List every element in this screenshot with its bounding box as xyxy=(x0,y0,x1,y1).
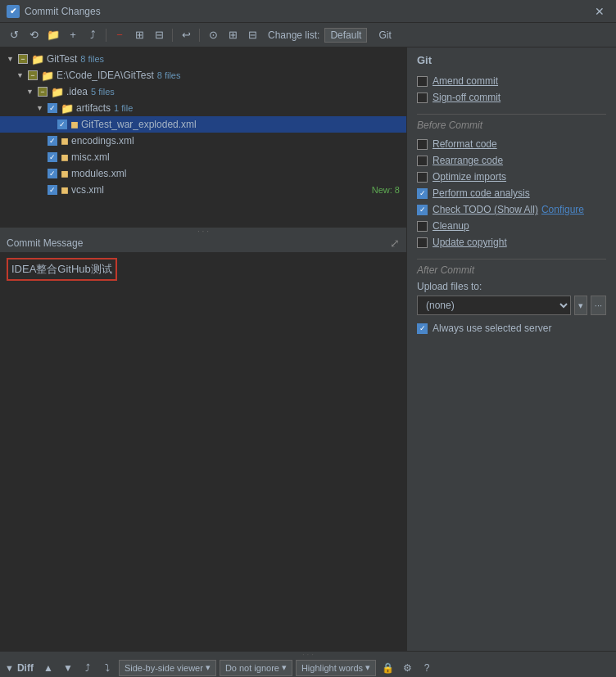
title-bar: ✔ Commit Changes ✕ xyxy=(0,0,616,23)
checkbox-misc[interactable]: ✓ xyxy=(48,152,57,162)
checkbox-cleanup[interactable] xyxy=(417,221,428,232)
label-optimize[interactable]: Optimize imports xyxy=(433,171,506,183)
item-label-path: E:\Code_IDEA\GitTest xyxy=(57,70,154,81)
checkbox-idea[interactable]: − xyxy=(38,87,48,97)
upload-select[interactable]: (none) xyxy=(417,296,571,315)
right-panel: Git Amend commit Sign-off commit Before … xyxy=(407,47,616,651)
checkbox-signoff[interactable] xyxy=(417,93,428,103)
checkbox-war[interactable]: ✓ xyxy=(57,120,67,129)
checkbox-vcs[interactable]: ✓ xyxy=(48,185,57,195)
change-list-value[interactable]: Default xyxy=(324,28,367,43)
diff-collapse-arrow[interactable]: ▼ xyxy=(5,663,14,673)
label-cleanup[interactable]: Cleanup xyxy=(433,220,469,232)
change-list-label: Change list: xyxy=(268,29,319,41)
diff-side-by-side-btn[interactable]: Side-by-side viewer ▾ xyxy=(119,660,216,676)
label-signoff[interactable]: Sign-off commit xyxy=(433,92,500,103)
item-label-vcs: vcs.xml xyxy=(71,184,104,196)
checkbox-gittest[interactable]: − xyxy=(18,54,28,64)
diff-settings-btn[interactable]: ⚙ xyxy=(399,660,415,676)
diff-ignore-btn[interactable]: Do not ignore ▾ xyxy=(220,660,292,676)
checkbox-always-use[interactable]: ✓ xyxy=(417,323,428,334)
file-tree: ▼ − 📁 GitTest 8 files ▼ − 📁 E:\Code_IDEA… xyxy=(0,47,406,228)
toolbar-separator-2 xyxy=(172,29,173,42)
tree-item-artifacts[interactable]: ▼ ✓ 📁 artifacts 1 file xyxy=(0,100,406,116)
configure-link[interactable]: Configure xyxy=(541,204,584,215)
checkbox-rearrange[interactable] xyxy=(417,156,428,166)
toolbar-sync-btn[interactable]: ⟲ xyxy=(25,26,43,44)
commit-message-header: Commit Message ⤢ xyxy=(0,234,406,253)
toolbar-outdent-btn[interactable]: ⊟ xyxy=(150,26,168,44)
toolbar-indent-btn[interactable]: ⊞ xyxy=(130,26,148,44)
item-count-path: 8 files xyxy=(157,70,181,80)
xml-file-icon-misc: ◼ xyxy=(61,151,69,163)
tree-item-idea[interactable]: ▼ − 📁 .idea 5 files xyxy=(0,83,406,100)
toolbar-undo-btn[interactable]: ↩ xyxy=(177,26,195,44)
checkbox-amend[interactable] xyxy=(417,76,428,87)
option-code-analysis: ✓ Perform code analysis xyxy=(417,185,606,201)
item-count-idea: 5 files xyxy=(91,87,115,97)
diff-lock-btn[interactable]: 🔒 xyxy=(379,660,396,676)
expand-arrow: ▼ xyxy=(7,55,16,63)
tree-item-misc[interactable]: ✓ ◼ misc.xml xyxy=(0,149,406,165)
item-label-misc: misc.xml xyxy=(71,151,110,163)
toolbar-separator-1 xyxy=(106,29,106,42)
diff-title: Diff xyxy=(17,662,34,674)
xml-file-icon-enc: ◼ xyxy=(61,135,69,147)
folder-icon-path: 📁 xyxy=(41,70,54,82)
tree-item-war-exploded[interactable]: ✓ ◼ GitTest_war_exploded.xml xyxy=(0,116,406,133)
checkbox-enc[interactable]: ✓ xyxy=(48,136,57,146)
diff-down-btn[interactable]: ▼ xyxy=(60,660,76,676)
label-reformat[interactable]: Reformat code xyxy=(433,138,497,150)
checkbox-reformat[interactable] xyxy=(417,139,428,150)
toolbar-expand-btn[interactable]: ⊞ xyxy=(224,26,242,44)
tree-item-path[interactable]: ▼ − 📁 E:\Code_IDEA\GitTest 8 files xyxy=(0,67,406,83)
diff-next-btn[interactable]: ⤵ xyxy=(99,660,116,676)
after-commit-title: After Commit xyxy=(417,264,606,276)
toolbar-add-btn[interactable]: + xyxy=(64,26,82,44)
tree-item-encodings[interactable]: ✓ ◼ encodings.xml xyxy=(0,133,406,149)
diff-prev-btn[interactable]: ⤴ xyxy=(79,660,96,676)
diff-highlight-btn[interactable]: Highlight words ▾ xyxy=(296,660,376,676)
toolbar-move-btn[interactable]: ⤴ xyxy=(84,26,102,44)
resize-handle[interactable]: · · · xyxy=(0,228,406,234)
checkbox-artifacts[interactable]: ✓ xyxy=(48,103,57,113)
folder-icon: 📁 xyxy=(31,53,44,65)
label-copyright[interactable]: Update copyright xyxy=(433,237,507,248)
toolbar-folder-btn[interactable]: 📁 xyxy=(44,26,62,44)
checkbox-mod[interactable]: ✓ xyxy=(48,169,57,178)
commit-message-section: Commit Message ⤢ IDEA整合GitHub测试 xyxy=(0,234,406,651)
close-button[interactable]: ✕ xyxy=(590,3,609,20)
toolbar-diff-btn[interactable]: ⊙ xyxy=(204,26,222,44)
label-todo[interactable]: Check TODO (Show All) xyxy=(433,204,538,215)
tree-item-modules[interactable]: ✓ ◼ modules.xml xyxy=(0,165,406,182)
toolbar-delete-btn[interactable]: − xyxy=(111,26,129,44)
tree-item-vcs[interactable]: ✓ ◼ vcs.xml New: 8 xyxy=(0,182,406,198)
commit-message-label: Commit Message xyxy=(7,237,83,249)
commit-message-box[interactable]: IDEA整合GitHub测试 xyxy=(0,253,406,651)
checkbox-path[interactable]: − xyxy=(28,70,38,80)
toolbar-refresh-btn[interactable]: ↺ xyxy=(5,26,23,44)
upload-files-label: Upload files to: xyxy=(417,281,606,292)
diff-up-btn[interactable]: ▲ xyxy=(40,660,57,676)
expand-arrow-path: ▼ xyxy=(16,71,26,79)
section-divider-after: After Commit xyxy=(417,259,606,276)
tree-item-gittest[interactable]: ▼ − 📁 GitTest 8 files xyxy=(0,51,406,67)
upload-settings-btn[interactable]: ··· xyxy=(591,296,606,315)
checkbox-optimize[interactable] xyxy=(417,172,428,183)
upload-dropdown-btn[interactable]: ▾ xyxy=(574,296,587,315)
checkbox-copyright[interactable] xyxy=(417,237,428,248)
git-section-title: Git xyxy=(417,54,606,66)
expand-arrow-artifacts: ▼ xyxy=(36,104,46,112)
checkbox-todo[interactable]: ✓ xyxy=(417,205,428,215)
diff-help-btn[interactable]: ? xyxy=(419,660,435,676)
checkbox-code-analysis[interactable]: ✓ xyxy=(417,188,428,199)
expand-commit-icon[interactable]: ⤢ xyxy=(390,237,400,250)
toolbar-collapse-btn[interactable]: ⊟ xyxy=(243,26,261,44)
label-amend[interactable]: Amend commit xyxy=(433,75,498,87)
option-cleanup: Cleanup xyxy=(417,218,606,234)
folder-icon-idea: 📁 xyxy=(51,86,64,98)
label-rearrange[interactable]: Rearrange code xyxy=(433,155,503,166)
diff-header: ▼ Diff ▲ ▼ ⤴ ⤵ Side-by-side viewer ▾ Do … xyxy=(0,657,616,677)
commit-text: IDEA整合GitHub测试 xyxy=(7,258,117,281)
label-code-analysis[interactable]: Perform code analysis xyxy=(433,187,530,199)
